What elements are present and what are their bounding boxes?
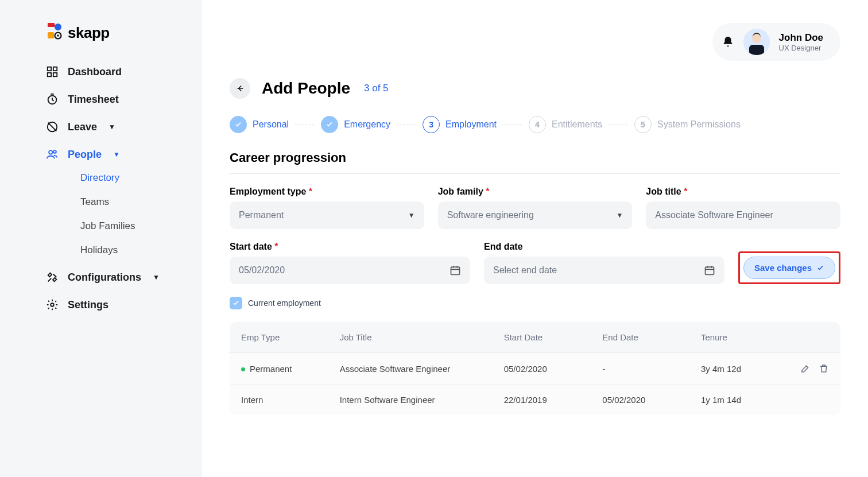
svg-rect-7 (53, 73, 57, 76)
svg-point-0 (55, 24, 61, 30)
step-employment[interactable]: 3 Employment (423, 116, 497, 133)
employment-type-select[interactable]: Permanent ▼ (230, 201, 424, 229)
step-number: 3 (423, 116, 440, 133)
logo-text: skapp (68, 24, 110, 42)
field-start-date: Start date * 05/02/2020 (230, 242, 470, 284)
sidebar: skapp Dashboard Timesheet Leave ▼ People… (0, 0, 202, 477)
step-number: 5 (634, 116, 652, 133)
col-header: End Date (602, 332, 701, 342)
col-header: Start Date (504, 332, 603, 342)
col-header: Emp Type (241, 332, 340, 342)
avatar (743, 29, 770, 55)
sidebar-item-settings[interactable]: Settings (46, 298, 202, 311)
cell-job-title: Intern Software Engineer (340, 395, 504, 405)
label-text: Job title (646, 187, 681, 196)
step-entitlements[interactable]: 4 Entitlements (529, 116, 602, 133)
label-text: Job family (438, 187, 483, 196)
step-emergency[interactable]: Emergency (321, 116, 390, 133)
job-title-input[interactable]: Associate Software Engineer (646, 201, 840, 229)
check-icon (230, 116, 247, 133)
cell-start-date: 22/01/2019 (504, 395, 603, 405)
field-label: Job family * (438, 187, 633, 197)
sidebar-item-label: Dashboard (68, 66, 122, 78)
end-date-input[interactable]: Select end date (484, 257, 724, 284)
svg-rect-16 (451, 267, 459, 274)
current-employment-checkbox[interactable] (230, 297, 242, 309)
form-row-2: Start date * 05/02/2020 End date Select … (230, 242, 840, 284)
svg-rect-5 (53, 67, 57, 71)
step-label: System Permissions (657, 119, 741, 130)
date-value: 05/02/2020 (239, 265, 285, 276)
job-family-select[interactable]: Software engineering ▼ (438, 201, 633, 229)
sidebar-item-label: People (68, 149, 102, 161)
back-button[interactable] (230, 78, 250, 99)
page-header: Add People 3 of 5 (230, 78, 840, 99)
sidebar-sub-directory[interactable]: Directory (80, 172, 202, 184)
step-system-permissions[interactable]: 5 System Permissions (634, 116, 741, 133)
sidebar-sub-teams[interactable]: Teams (80, 196, 202, 208)
configurations-icon (46, 271, 59, 284)
svg-rect-4 (48, 67, 51, 71)
form-row-1: Employment type * Permanent ▼ Job family… (230, 187, 840, 229)
field-job-family: Job family * Software engineering ▼ (438, 187, 633, 229)
chevron-down-icon: ▼ (616, 211, 623, 219)
calendar-icon (450, 265, 461, 276)
step-separator: ------ (294, 121, 315, 129)
sidebar-item-leave[interactable]: Leave ▼ (46, 121, 202, 133)
select-value: Software engineering (447, 210, 534, 220)
divider (230, 173, 840, 174)
chevron-down-icon: ▼ (153, 273, 160, 281)
chevron-down-icon: ▼ (408, 211, 415, 219)
sidebar-item-timesheet[interactable]: Timesheet (46, 93, 202, 106)
svg-rect-1 (48, 32, 54, 38)
field-label: Employment type * (230, 187, 424, 197)
checkbox-label: Current employment (248, 298, 321, 308)
notifications-icon[interactable] (722, 36, 734, 48)
page-title: Add People (262, 79, 350, 98)
button-label: Save changes (754, 263, 812, 273)
user-info: John Doe UX Designer (779, 32, 823, 52)
sidebar-item-dashboard[interactable]: Dashboard (46, 65, 202, 78)
step-separator: ------ (608, 121, 629, 129)
svg-point-3 (57, 34, 59, 37)
step-separator: ------ (502, 121, 523, 129)
row-actions (783, 363, 829, 374)
calendar-icon (704, 265, 715, 276)
sidebar-item-label: Leave (68, 121, 97, 133)
user-name: John Doe (779, 32, 823, 44)
stepper: Personal ------ Emergency ------ 3 Emplo… (230, 116, 840, 133)
nav: Dashboard Timesheet Leave ▼ People ▼ Dir… (0, 65, 202, 311)
timesheet-icon (46, 93, 59, 106)
delete-icon[interactable] (819, 363, 829, 374)
col-header: Job Title (340, 332, 504, 342)
people-icon (46, 148, 59, 161)
required-mark: * (684, 187, 687, 196)
label-text: Start date (230, 242, 272, 251)
start-date-input[interactable]: 05/02/2020 (230, 257, 470, 284)
step-personal[interactable]: Personal (230, 116, 289, 133)
sidebar-sub-job-families[interactable]: Job Families (80, 220, 202, 232)
sidebar-sub-holidays[interactable]: Holidays (80, 245, 202, 256)
chevron-down-icon: ▼ (108, 123, 115, 131)
career-table: Emp Type Job Title Start Date End Date T… (230, 322, 840, 415)
table-header: Emp Type Job Title Start Date End Date T… (230, 322, 840, 353)
cell-start-date: 05/02/2020 (504, 364, 603, 374)
svg-rect-15 (749, 45, 764, 55)
table-row: Permanent Associate Software Engineer 05… (230, 353, 840, 385)
check-icon (816, 264, 824, 272)
highlight-box: Save changes (738, 251, 840, 284)
save-changes-button[interactable]: Save changes (743, 257, 835, 279)
sidebar-item-configurations[interactable]: Configurations ▼ (46, 271, 202, 284)
step-number: 4 (529, 116, 546, 133)
sidebar-item-people[interactable]: People ▼ (46, 148, 202, 161)
cell-job-title: Associate Software Engineer (340, 364, 504, 374)
user-pod[interactable]: John Doe UX Designer (712, 23, 840, 61)
edit-icon[interactable] (800, 363, 811, 374)
sidebar-item-label: Timesheet (68, 94, 119, 106)
page-step-indicator: 3 of 5 (364, 83, 389, 94)
current-indicator-icon (241, 367, 245, 371)
people-submenu: Directory Teams Job Families Holidays (46, 172, 202, 256)
chevron-down-icon: ▼ (113, 150, 120, 158)
svg-point-10 (49, 150, 52, 154)
cell-emp-type: Permanent (241, 364, 340, 374)
